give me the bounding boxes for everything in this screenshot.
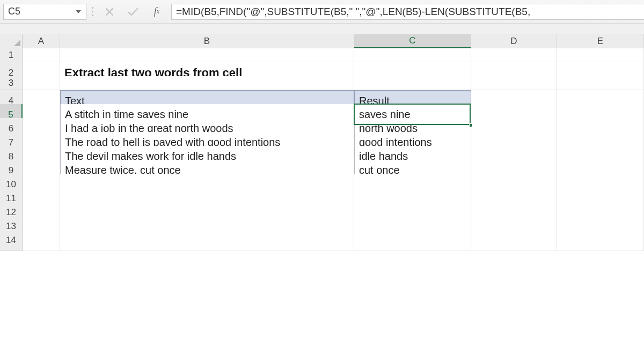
formula-bar-input[interactable]: =MID(B5,FIND("@",SUBSTITUTE(B5," ","@",L… — [171, 4, 644, 20]
row-header-1[interactable]: 1 — [0, 48, 23, 62]
formula-bar-row: C5 fx =MID(B5,FIND("@",SUBSTITUTE(B5," "… — [0, 0, 644, 24]
cell[interactable] — [354, 48, 471, 62]
name-box-value: C5 — [8, 6, 20, 17]
cell[interactable] — [23, 230, 60, 251]
cell[interactable] — [60, 230, 354, 251]
cell[interactable] — [23, 48, 60, 62]
cell[interactable] — [471, 230, 557, 251]
cancel-formula-icon[interactable] — [104, 6, 115, 18]
ribbon-strip — [0, 24, 644, 34]
cell[interactable] — [60, 48, 354, 62]
formula-text: =MID(B5,FIND("@",SUBSTITUTE(B5," ","@",L… — [176, 6, 530, 18]
cell[interactable] — [354, 230, 471, 251]
cell[interactable] — [471, 48, 557, 62]
name-box[interactable]: C5 — [3, 4, 86, 20]
spreadsheet-grid[interactable]: A B C D E 1 2 Extract last two words fro… — [0, 34, 644, 244]
cell[interactable] — [354, 76, 471, 90]
separator-dots-icon — [90, 4, 95, 20]
fill-handle[interactable] — [469, 123, 473, 127]
enter-formula-icon[interactable] — [127, 6, 139, 18]
name-box-dropdown[interactable] — [73, 6, 84, 17]
col-header-C[interactable]: C — [354, 34, 471, 48]
select-all-corner[interactable] — [0, 34, 23, 48]
col-header-E[interactable]: E — [557, 34, 644, 48]
col-header-D[interactable]: D — [471, 34, 557, 48]
chevron-down-icon — [76, 10, 81, 13]
col-header-A[interactable]: A — [23, 34, 60, 48]
cell[interactable] — [23, 76, 60, 90]
cell[interactable] — [557, 48, 644, 62]
row-header-3[interactable]: 3 — [0, 76, 23, 90]
cell[interactable] — [557, 76, 644, 90]
col-header-B[interactable]: B — [60, 34, 354, 48]
cell[interactable] — [60, 76, 354, 90]
insert-function-icon[interactable]: fx — [151, 6, 163, 18]
cell[interactable] — [471, 76, 557, 90]
row-header-14[interactable]: 14 — [0, 230, 23, 251]
formula-bar-icons: fx — [98, 4, 168, 20]
cell[interactable] — [557, 230, 644, 251]
